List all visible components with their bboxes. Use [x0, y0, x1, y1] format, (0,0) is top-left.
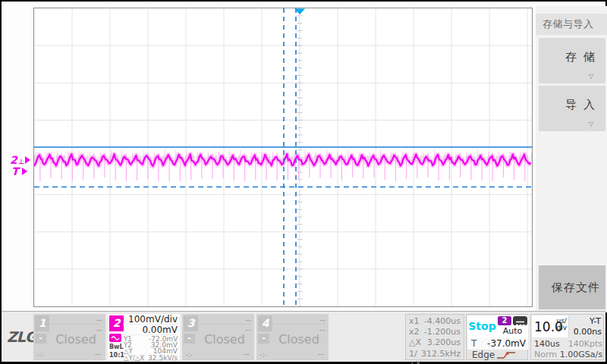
trigger-type-label: Edge: [472, 350, 495, 360]
chevron-down-icon: ▽: [589, 73, 593, 80]
ground-icon: ⊥: [18, 158, 24, 165]
channel1-probe: -:-: [36, 351, 44, 359]
channel3-block[interactable]: 3 ---- - Closed -:- --: [182, 314, 254, 360]
channel3-status: Closed: [197, 332, 252, 347]
display-mode-box[interactable]: Y-T 0.00ns: [570, 315, 603, 337]
channel2-block[interactable]: 2 100mV/div 0.00mV BwL 10:1 Y1-72.0mVY23…: [108, 314, 180, 360]
memory-depth: 140Kpts: [568, 338, 602, 350]
chevron-down-icon: ▽: [589, 121, 593, 127]
channel1-block[interactable]: 1 ---- - Closed -:- --: [33, 314, 105, 360]
channel3-extra: --: [244, 349, 250, 359]
dc-coupling-icon: [513, 316, 527, 325]
cursor-x1-value: -4.400us: [424, 316, 461, 327]
channel3-badge: 3: [184, 315, 198, 331]
channel2-volts-per-div: 100mV/div: [123, 314, 178, 325]
channel2-marker-label: 2: [10, 154, 17, 166]
trigger-level-marker[interactable]: T: [11, 165, 27, 177]
channel2-badge: 2: [109, 315, 124, 331]
time-window: 140us: [534, 338, 560, 350]
trigger-source-mode[interactable]: 2 Auto: [497, 315, 528, 337]
channel2-scale: 100mV/div 0.00mV: [123, 314, 178, 335]
save-file-button-label: 保存文件: [552, 281, 600, 295]
cursor-freq-value: 312.5kHz: [421, 349, 461, 359]
channel4-probe: -:-: [259, 351, 267, 359]
acquisition-mode: Norm: [534, 350, 557, 360]
measurement-value: 32.5kV/s: [148, 355, 178, 361]
trigger-level-row[interactable]: T -37.0mV: [467, 337, 528, 350]
rising-edge-icon: [496, 351, 516, 359]
trigger-level-value: -37.0mV: [487, 337, 526, 350]
trigger-marker-label: T: [11, 165, 19, 177]
acquisition-window-row: 140us 140Kpts: [532, 338, 604, 350]
run-stop-button[interactable]: Stop: [467, 315, 497, 337]
channel1-status: Closed: [49, 332, 103, 347]
measurement-label: △Y/△X: [124, 355, 144, 360]
channel2-position-marker[interactable]: 2⊥: [10, 154, 30, 166]
cursor-dx-label: △X: [409, 337, 421, 348]
arrow-right-icon: [22, 168, 27, 175]
timebase-scale-button[interactable]: 10.0 us/div: [532, 315, 569, 337]
channel2-offset: 0.00mV: [123, 325, 178, 335]
display-mode: Y-T: [590, 316, 601, 326]
channel2-measurement-row: △Y/△X32.5kV/s: [124, 355, 178, 361]
channel4-badge: 4: [258, 315, 272, 331]
cursor-x2-value: -1.200us: [424, 327, 461, 337]
status-bar: ZLG® 1 ---- - Closed -:- -- 2 100mV/div …: [2, 311, 605, 362]
trigger-panel: Stop 2 Auto T -37.0mV Edge: [466, 314, 528, 360]
arrow-right-icon: [25, 156, 30, 164]
channel1-extra: --: [95, 349, 101, 359]
timebase-unit: us/div: [556, 318, 567, 331]
cursor-readout-panel: x1-4.400us x2-1.200us △X3.200us 1/△X312.…: [405, 314, 464, 360]
store-button-label: 存 储: [565, 50, 596, 64]
cursor-freq-label: 1/△X: [409, 349, 421, 359]
trigger-type-row[interactable]: Edge: [467, 350, 528, 360]
channel2-settings: BwL 10:1: [109, 334, 123, 359]
channel1-coupling-icon: -: [35, 334, 46, 344]
scope-screen: 2⊥ T 存储与导入 存 储 ▽ 导 入 ▽ 保存文件 ZLG® 1 ---- …: [2, 2, 605, 362]
trigger-source-badge: 2: [498, 316, 511, 325]
trigger-level-label: T: [471, 337, 476, 350]
channel4-extra: --: [318, 349, 324, 359]
storage-menu-title: 存储与导入: [536, 14, 607, 35]
store-button[interactable]: 存 储 ▽: [539, 38, 605, 83]
channel3-probe: -:-: [185, 351, 193, 359]
waveform-svg: [34, 8, 532, 306]
cursor-x1-label: x1: [409, 316, 420, 327]
channel3-coupling-icon: -: [184, 334, 195, 344]
channel2-probe-ratio: 10:1: [109, 352, 123, 359]
sample-rate: 1.00GSa/s: [560, 350, 602, 360]
channel2-bandwidth-limit: BwL: [109, 344, 123, 350]
cursor-x2-label: x2: [409, 327, 420, 337]
horizontal-delay: 0.00ns: [574, 327, 602, 337]
channel4-coupling-icon: -: [258, 334, 269, 344]
save-file-button[interactable]: 保存文件: [539, 265, 605, 309]
channel1-badge: 1: [35, 315, 49, 331]
acquisition-mode-row: Norm 1.00GSa/s: [532, 350, 604, 360]
ac-coupling-icon: [109, 334, 121, 342]
channel4-status: Closed: [272, 332, 326, 347]
channel4-block[interactable]: 4 ---- - Closed -:- --: [256, 314, 329, 360]
storage-menu-panel: 存储与导入 存 储 ▽ 导 入 ▽ 保存文件: [536, 6, 607, 312]
timebase-panel: 10.0 us/div Y-T 0.00ns 140us 140Kpts Nor…: [530, 314, 604, 360]
import-button[interactable]: 导 入 ▽: [539, 86, 605, 131]
waveform-display[interactable]: [33, 8, 533, 307]
channel2-measurements: Y1-72.0mVY232.0mV△Y104mV△Y/△X32.5kV/s: [124, 336, 178, 361]
trigger-mode: Auto: [497, 326, 528, 336]
import-button-label: 导 入: [565, 98, 596, 112]
cursor-dx-value: 3.200us: [427, 337, 461, 348]
